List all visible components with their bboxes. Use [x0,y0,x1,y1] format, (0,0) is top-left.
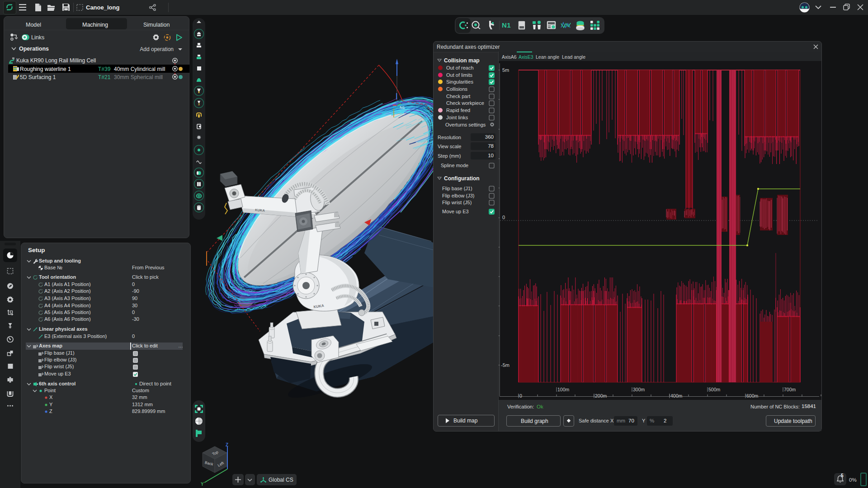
svg-text:600m: 600m [746,393,759,399]
svg-text:200m: 200m [595,393,607,399]
svg-text:700m: 700m [784,387,796,392]
svg-text:0: 0 [502,215,505,220]
svg-text:0: 0 [519,393,522,399]
svg-text:-5m: -5m [501,362,509,368]
svg-text:500m: 500m [708,387,721,392]
svg-text:100m: 100m [557,387,570,392]
svg-text:400m: 400m [670,393,683,399]
svg-text:N1: N1 [400,105,405,110]
svg-text:KUKA: KUKA [255,208,265,213]
svg-text:300m: 300m [633,387,645,392]
svg-text:5m: 5m [502,67,509,73]
